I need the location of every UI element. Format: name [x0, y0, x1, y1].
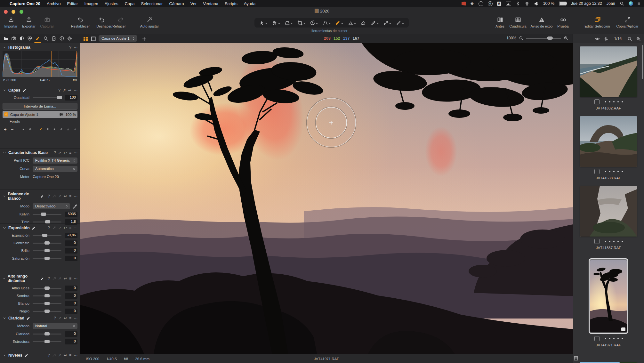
browser-scrollbar[interactable]: [642, 45, 643, 79]
heal-icon[interactable]: [60, 127, 62, 132]
menu-imagen[interactable]: Imagen: [81, 1, 101, 6]
auto-adjust-button[interactable]: Auto ajustar: [138, 17, 161, 28]
structure-value[interactable]: 0: [65, 339, 77, 344]
show-mask-icon[interactable]: [22, 127, 25, 132]
grid-button[interactable]: Cuadrícula: [508, 17, 528, 28]
more-icon[interactable]: ⋯: [74, 353, 77, 358]
gradient-mask-icon[interactable]: [46, 127, 49, 132]
airplay-icon[interactable]: [506, 2, 511, 5]
collapse-chevron-icon[interactable]: [3, 88, 6, 92]
more-icon[interactable]: ⋯: [74, 150, 77, 155]
expand-icon[interactable]: ↗: [58, 316, 61, 320]
preset-icon[interactable]: ≡: [69, 316, 71, 320]
thumbnail-image-cliffs[interactable]: [580, 186, 637, 237]
expand-icon[interactable]: ↗: [63, 88, 66, 93]
collapse-chevron-icon[interactable]: [3, 316, 6, 320]
filter-eye-icon[interactable]: [595, 36, 600, 41]
tab-color[interactable]: [27, 36, 32, 42]
spot-tool[interactable]: [396, 20, 404, 26]
menu-camara[interactable]: Cámara: [166, 1, 187, 6]
more-icon[interactable]: ⋯: [74, 226, 77, 230]
help-icon[interactable]: ?: [69, 45, 71, 50]
keystone-tool[interactable]: [323, 20, 331, 26]
thumbnail-image-sunset-tree[interactable]: [590, 260, 627, 332]
black-slider[interactable]: [33, 311, 61, 312]
menu-ventana[interactable]: Ventana: [200, 1, 221, 6]
shadow-slider[interactable]: [33, 295, 61, 296]
help-icon[interactable]: ?: [54, 150, 56, 155]
thumbnail-cell[interactable]: JVT41632.RAF: [573, 43, 644, 114]
radial-mask-icon[interactable]: [53, 127, 56, 132]
expand-icon[interactable]: ↗: [58, 226, 61, 230]
menu-ayuda[interactable]: Ayuda: [241, 1, 259, 6]
lens-tool[interactable]: [285, 20, 293, 26]
expand-icon[interactable]: ↗: [58, 353, 61, 358]
zoom-in-icon[interactable]: [564, 36, 568, 40]
adobe-app-icon[interactable]: A: [497, 2, 501, 6]
saturation-slider[interactable]: [33, 258, 61, 259]
brush-tool-icon[interactable]: [40, 127, 42, 132]
more-icon[interactable]: ⋯: [74, 276, 77, 281]
thumb-checkbox[interactable]: [594, 169, 600, 174]
black-value[interactable]: 0: [65, 309, 77, 314]
exposure-slider[interactable]: [33, 235, 61, 236]
wifi-icon[interactable]: [525, 1, 529, 6]
help-icon[interactable]: ?: [54, 316, 56, 320]
thumbnail-image-beach[interactable]: [580, 46, 637, 97]
help-icon[interactable]: ?: [48, 276, 50, 281]
heal-tool[interactable]: [371, 20, 379, 26]
more-icon[interactable]: ⋯: [74, 194, 77, 198]
capture-one-status-icon[interactable]: [462, 2, 466, 6]
thumbnail-image-rocks[interactable]: [580, 116, 637, 167]
kelvin-value[interactable]: 5035: [65, 212, 77, 217]
thumb-checkbox[interactable]: [594, 99, 600, 104]
kelvin-slider[interactable]: [33, 214, 61, 215]
opacity-slider[interactable]: [33, 97, 61, 98]
icc-profile-select[interactable]: Fujifilm X-T4 Generic: [33, 157, 77, 164]
layer-row-background[interactable]: Fondo: [0, 118, 80, 123]
app-menu[interactable]: Capture One 20: [6, 1, 44, 6]
menu-scripts[interactable]: Scripts: [221, 1, 241, 6]
undo-redo-button[interactable]: Deshacer/Rehacer: [93, 17, 129, 28]
structure-slider[interactable]: [33, 341, 61, 342]
import-button[interactable]: Importar: [2, 17, 20, 28]
menu-clock[interactable]: Jue 20 ago 12:32: [571, 1, 602, 6]
exposure-value[interactable]: -0,86: [65, 233, 77, 238]
curve-select[interactable]: Automático: [33, 166, 77, 172]
viewer-layer-select[interactable]: Capa de Ajuste 1: [99, 35, 137, 42]
crop-tool[interactable]: [297, 20, 305, 26]
menu-ajustes[interactable]: Ajustes: [101, 1, 122, 6]
collapse-chevron-icon[interactable]: [3, 353, 6, 357]
exposure-warning-button[interactable]: Aviso de expo: [529, 17, 554, 28]
proof-button[interactable]: Prueba: [555, 17, 571, 28]
pan-tool[interactable]: [272, 20, 280, 26]
browser-zoom-icon[interactable]: [636, 36, 641, 41]
white-slider[interactable]: [33, 303, 61, 304]
battery-icon[interactable]: [559, 2, 567, 5]
menu-archivo[interactable]: Archivo: [44, 1, 64, 6]
help-icon[interactable]: ?: [48, 353, 50, 358]
wb-picker-icon[interactable]: [73, 204, 77, 209]
reset-icon[interactable]: ↩: [64, 226, 67, 230]
tab-lens[interactable]: [19, 36, 24, 42]
reset-icon[interactable]: ↩: [64, 353, 67, 358]
white-value[interactable]: 0: [65, 301, 77, 306]
preset-icon[interactable]: ≡: [69, 276, 71, 281]
before-after-button[interactable]: Antes: [493, 17, 507, 28]
clarity-value[interactable]: 0: [65, 331, 77, 337]
browser-footer-icon[interactable]: [574, 356, 578, 360]
sort-icon[interactable]: [604, 36, 608, 41]
single-view-icon[interactable]: [91, 36, 96, 41]
thumbnail-cell-selected[interactable]: JVT41971.RAF: [573, 254, 644, 358]
collapse-chevron-icon[interactable]: [3, 45, 6, 49]
shadow-value[interactable]: 0: [65, 293, 77, 299]
bluetooth-icon[interactable]: [516, 1, 520, 6]
layer-checkbox[interactable]: ✓: [4, 112, 8, 117]
brightness-value[interactable]: 0: [65, 248, 77, 254]
luma-range-button[interactable]: Intervalo de Luma...: [3, 103, 77, 110]
brightness-slider[interactable]: [33, 250, 61, 251]
thumb-checkbox[interactable]: [594, 239, 600, 244]
menu-seleccionar[interactable]: Seleccionar: [138, 1, 166, 6]
preset-icon[interactable]: ≡: [69, 353, 71, 358]
wb-mode-select[interactable]: Desactivado: [33, 203, 70, 209]
